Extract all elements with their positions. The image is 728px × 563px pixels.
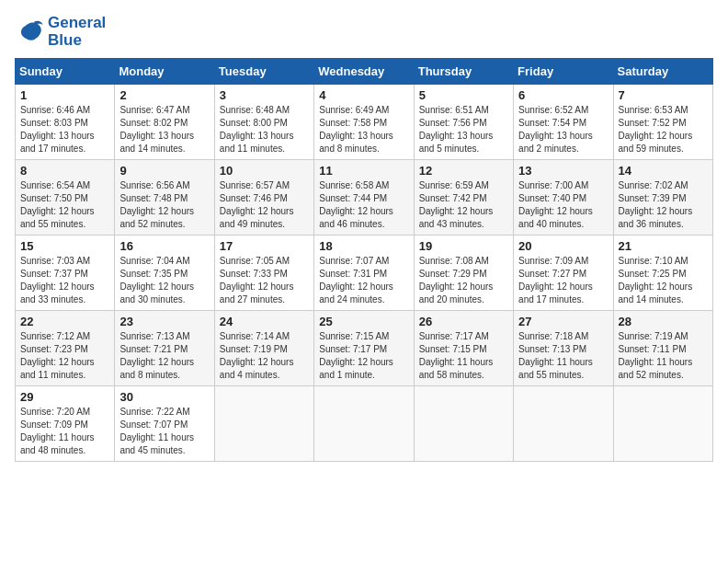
calendar-day-10: 10Sunrise: 6:57 AM Sunset: 7:46 PM Dayli…: [214, 160, 313, 236]
day-info: Sunrise: 7:14 AM Sunset: 7:19 PM Dayligh…: [220, 330, 309, 382]
calendar-day-28: 28Sunrise: 7:19 AM Sunset: 7:11 PM Dayli…: [613, 311, 712, 386]
logo-text-line2: Blue: [48, 32, 106, 50]
calendar-day-22: 22Sunrise: 7:12 AM Sunset: 7:23 PM Dayli…: [16, 311, 115, 386]
day-number: 24: [220, 315, 309, 328]
calendar-week-3: 15Sunrise: 7:03 AM Sunset: 7:37 PM Dayli…: [16, 236, 713, 311]
calendar-day-5: 5Sunrise: 6:51 AM Sunset: 7:56 PM Daylig…: [414, 85, 513, 160]
calendar-day-26: 26Sunrise: 7:17 AM Sunset: 7:15 PM Dayli…: [414, 311, 513, 386]
day-number: 6: [518, 88, 608, 102]
calendar-day-13: 13Sunrise: 7:00 AM Sunset: 7:40 PM Dayli…: [514, 160, 613, 236]
header-day-thursday: Thursday: [414, 59, 513, 85]
calendar-day-2: 2Sunrise: 6:47 AM Sunset: 8:02 PM Daylig…: [115, 85, 214, 160]
day-info: Sunrise: 6:59 AM Sunset: 7:42 PM Dayligh…: [419, 179, 508, 231]
day-number: 18: [319, 239, 408, 253]
calendar-day-8: 8Sunrise: 6:54 AM Sunset: 7:50 PM Daylig…: [16, 160, 115, 236]
calendar-day-1: 1Sunrise: 6:46 AM Sunset: 8:03 PM Daylig…: [16, 85, 115, 160]
calendar-day-27: 27Sunrise: 7:18 AM Sunset: 7:13 PM Dayli…: [514, 311, 613, 386]
day-number: 21: [619, 239, 708, 253]
day-info: Sunrise: 7:10 AM Sunset: 7:25 PM Dayligh…: [619, 255, 708, 306]
day-info: Sunrise: 7:08 AM Sunset: 7:29 PM Dayligh…: [419, 255, 508, 306]
day-number: 27: [518, 315, 608, 328]
day-number: 23: [119, 315, 209, 328]
day-number: 7: [619, 88, 708, 102]
day-number: 9: [119, 164, 209, 178]
day-number: 20: [518, 239, 608, 253]
calendar-day-23: 23Sunrise: 7:13 AM Sunset: 7:21 PM Dayli…: [115, 311, 214, 386]
day-info: Sunrise: 6:51 AM Sunset: 7:56 PM Dayligh…: [419, 104, 508, 155]
calendar-day-24: 24Sunrise: 7:14 AM Sunset: 7:19 PM Dayli…: [214, 311, 313, 386]
header-day-saturday: Saturday: [613, 59, 712, 85]
day-info: Sunrise: 7:13 AM Sunset: 7:21 PM Dayligh…: [119, 330, 209, 382]
day-info: Sunrise: 7:00 AM Sunset: 7:40 PM Dayligh…: [518, 179, 608, 231]
day-info: Sunrise: 7:04 AM Sunset: 7:35 PM Dayligh…: [119, 255, 209, 306]
day-number: 25: [319, 315, 408, 328]
day-info: Sunrise: 7:12 AM Sunset: 7:23 PM Dayligh…: [20, 330, 109, 382]
day-info: Sunrise: 7:19 AM Sunset: 7:11 PM Dayligh…: [619, 330, 708, 382]
day-info: Sunrise: 6:56 AM Sunset: 7:48 PM Dayligh…: [119, 179, 209, 231]
day-info: Sunrise: 6:46 AM Sunset: 8:03 PM Dayligh…: [20, 104, 109, 155]
calendar-day-15: 15Sunrise: 7:03 AM Sunset: 7:37 PM Dayli…: [16, 236, 115, 311]
day-number: 19: [419, 239, 508, 253]
calendar-table: SundayMondayTuesdayWednesdayThursdayFrid…: [15, 58, 713, 462]
header-day-wednesday: Wednesday: [314, 59, 414, 85]
day-number: 17: [220, 239, 309, 253]
day-number: 14: [619, 164, 708, 178]
calendar-day-16: 16Sunrise: 7:04 AM Sunset: 7:35 PM Dayli…: [115, 236, 214, 311]
day-info: Sunrise: 6:53 AM Sunset: 7:52 PM Dayligh…: [619, 104, 708, 155]
calendar-day-4: 4Sunrise: 6:49 AM Sunset: 7:58 PM Daylig…: [314, 85, 414, 160]
day-number: 3: [220, 88, 309, 102]
header-day-friday: Friday: [514, 59, 613, 85]
day-info: Sunrise: 6:52 AM Sunset: 7:54 PM Dayligh…: [518, 104, 608, 155]
header-day-tuesday: Tuesday: [214, 59, 313, 85]
calendar-day-3: 3Sunrise: 6:48 AM Sunset: 8:00 PM Daylig…: [214, 85, 313, 160]
day-number: 1: [20, 88, 109, 102]
day-info: Sunrise: 7:17 AM Sunset: 7:15 PM Dayligh…: [419, 330, 508, 382]
header-day-sunday: Sunday: [16, 59, 115, 85]
calendar-day-9: 9Sunrise: 6:56 AM Sunset: 7:48 PM Daylig…: [115, 160, 214, 236]
day-info: Sunrise: 6:48 AM Sunset: 8:00 PM Dayligh…: [220, 104, 309, 155]
empty-cell: [414, 386, 513, 462]
calendar-day-21: 21Sunrise: 7:10 AM Sunset: 7:25 PM Dayli…: [613, 236, 712, 311]
day-number: 26: [419, 315, 508, 328]
day-number: 8: [20, 164, 109, 178]
day-info: Sunrise: 6:57 AM Sunset: 7:46 PM Dayligh…: [220, 179, 309, 231]
page-header: General Blue: [15, 15, 713, 49]
day-number: 11: [319, 164, 408, 178]
day-number: 5: [419, 88, 508, 102]
calendar-day-6: 6Sunrise: 6:52 AM Sunset: 7:54 PM Daylig…: [514, 85, 613, 160]
calendar-day-17: 17Sunrise: 7:05 AM Sunset: 7:33 PM Dayli…: [214, 236, 313, 311]
calendar-day-29: 29Sunrise: 7:20 AM Sunset: 7:09 PM Dayli…: [16, 386, 115, 462]
empty-cell: [514, 386, 613, 462]
logo-icon: [15, 19, 44, 45]
calendar-day-18: 18Sunrise: 7:07 AM Sunset: 7:31 PM Dayli…: [314, 236, 414, 311]
day-info: Sunrise: 7:02 AM Sunset: 7:39 PM Dayligh…: [619, 179, 708, 231]
day-info: Sunrise: 7:22 AM Sunset: 7:07 PM Dayligh…: [119, 406, 209, 457]
calendar-day-25: 25Sunrise: 7:15 AM Sunset: 7:17 PM Dayli…: [314, 311, 414, 386]
day-info: Sunrise: 7:18 AM Sunset: 7:13 PM Dayligh…: [518, 330, 608, 382]
day-number: 15: [20, 239, 109, 253]
day-number: 12: [419, 164, 508, 178]
day-number: 29: [20, 390, 109, 404]
day-info: Sunrise: 6:49 AM Sunset: 7:58 PM Dayligh…: [319, 104, 408, 155]
calendar-week-2: 8Sunrise: 6:54 AM Sunset: 7:50 PM Daylig…: [16, 160, 713, 236]
day-number: 13: [518, 164, 608, 178]
day-info: Sunrise: 6:54 AM Sunset: 7:50 PM Dayligh…: [20, 179, 109, 231]
calendar-week-5: 29Sunrise: 7:20 AM Sunset: 7:09 PM Dayli…: [16, 386, 713, 462]
day-info: Sunrise: 7:05 AM Sunset: 7:33 PM Dayligh…: [220, 255, 309, 306]
day-info: Sunrise: 7:20 AM Sunset: 7:09 PM Dayligh…: [20, 406, 109, 457]
empty-cell: [314, 386, 414, 462]
calendar-week-4: 22Sunrise: 7:12 AM Sunset: 7:23 PM Dayli…: [16, 311, 713, 386]
calendar-day-14: 14Sunrise: 7:02 AM Sunset: 7:39 PM Dayli…: [613, 160, 712, 236]
day-info: Sunrise: 7:15 AM Sunset: 7:17 PM Dayligh…: [319, 330, 408, 382]
logo: General Blue: [15, 15, 106, 49]
day-number: 10: [220, 164, 309, 178]
header-row: SundayMondayTuesdayWednesdayThursdayFrid…: [16, 59, 713, 85]
calendar-day-19: 19Sunrise: 7:08 AM Sunset: 7:29 PM Dayli…: [414, 236, 513, 311]
day-number: 30: [119, 390, 209, 404]
day-info: Sunrise: 6:58 AM Sunset: 7:44 PM Dayligh…: [319, 179, 408, 231]
day-number: 22: [20, 315, 109, 328]
calendar-day-30: 30Sunrise: 7:22 AM Sunset: 7:07 PM Dayli…: [115, 386, 214, 462]
calendar-week-1: 1Sunrise: 6:46 AM Sunset: 8:03 PM Daylig…: [16, 85, 713, 160]
day-number: 2: [119, 88, 209, 102]
empty-cell: [613, 386, 712, 462]
